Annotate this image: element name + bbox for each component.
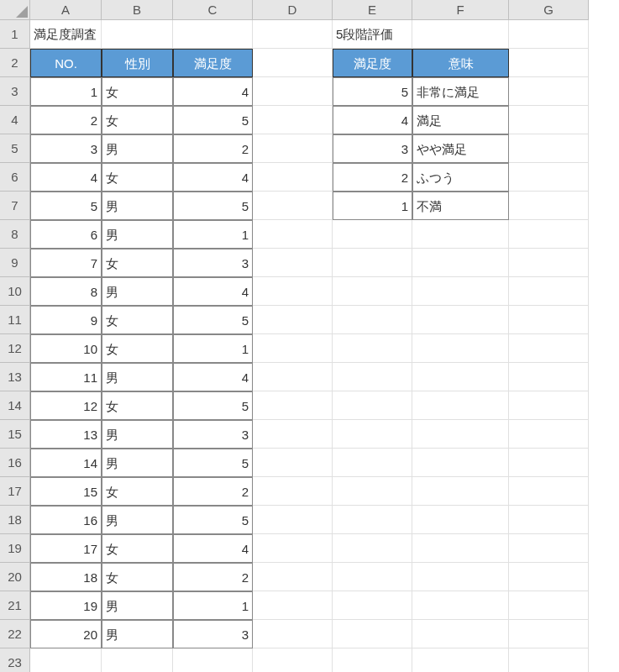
cell-G9[interactable]: [509, 249, 589, 277]
cell-G4[interactable]: [509, 106, 589, 134]
cell-D22[interactable]: [253, 620, 333, 648]
cell-D14[interactable]: [253, 391, 333, 420]
legend-cell-meaning[interactable]: 非常に満足: [412, 77, 509, 106]
row-header-17[interactable]: 17: [0, 477, 30, 506]
column-header-B[interactable]: B: [102, 0, 173, 20]
main-cell-no[interactable]: 7: [30, 249, 102, 277]
row-header-23[interactable]: 23: [0, 648, 30, 672]
rating-title-cell[interactable]: 5段階評価: [333, 20, 412, 49]
cell-G13[interactable]: [509, 363, 589, 391]
row-header-3[interactable]: 3: [0, 77, 30, 106]
cell-D17[interactable]: [253, 477, 333, 506]
main-cell-no[interactable]: 14: [30, 449, 102, 477]
main-cell-gender[interactable]: 男: [102, 449, 173, 477]
main-cell-gender[interactable]: 男: [102, 506, 173, 534]
legend-cell-score[interactable]: 2: [333, 163, 412, 192]
cell-E12[interactable]: [333, 334, 412, 363]
main-cell-satisfaction[interactable]: 4: [173, 363, 253, 391]
main-cell-satisfaction[interactable]: 3: [173, 420, 253, 449]
cell-D8[interactable]: [253, 220, 333, 249]
cell-G12[interactable]: [509, 334, 589, 363]
main-cell-gender[interactable]: 女: [102, 563, 173, 591]
row-header-2[interactable]: 2: [0, 49, 30, 77]
cell-F23[interactable]: [412, 648, 509, 672]
legend-cell-score[interactable]: 3: [333, 134, 412, 163]
main-cell-gender[interactable]: 女: [102, 391, 173, 420]
cell-D20[interactable]: [253, 563, 333, 591]
cell-D7[interactable]: [253, 192, 333, 220]
main-cell-no[interactable]: 8: [30, 277, 102, 306]
legend-header-satisfaction[interactable]: 満足度: [333, 49, 412, 77]
main-cell-no[interactable]: 20: [30, 620, 102, 648]
cell-G15[interactable]: [509, 420, 589, 449]
cell-D6[interactable]: [253, 163, 333, 192]
main-cell-gender[interactable]: 男: [102, 363, 173, 391]
cell-D4[interactable]: [253, 106, 333, 134]
cell-D23[interactable]: [253, 648, 333, 672]
main-cell-gender[interactable]: 女: [102, 163, 173, 192]
cell-E9[interactable]: [333, 249, 412, 277]
legend-cell-meaning[interactable]: ふつう: [412, 163, 509, 192]
cell-F14[interactable]: [412, 391, 509, 420]
row-header-9[interactable]: 9: [0, 249, 30, 277]
main-cell-satisfaction[interactable]: 4: [173, 77, 253, 106]
cell-D9[interactable]: [253, 249, 333, 277]
column-header-A[interactable]: A: [30, 0, 102, 20]
main-cell-gender[interactable]: 男: [102, 420, 173, 449]
cell-F10[interactable]: [412, 277, 509, 306]
main-cell-satisfaction[interactable]: 5: [173, 506, 253, 534]
main-cell-satisfaction[interactable]: 4: [173, 163, 253, 192]
legend-cell-score[interactable]: 5: [333, 77, 412, 106]
cell-D18[interactable]: [253, 506, 333, 534]
cell-G5[interactable]: [509, 134, 589, 163]
cell-A23[interactable]: [30, 648, 102, 672]
main-cell-gender[interactable]: 男: [102, 277, 173, 306]
legend-header-meaning[interactable]: 意味: [412, 49, 509, 77]
spreadsheet-grid[interactable]: ABCDEFG1満足度調査5段階評価2NO.性別満足度満足度意味31女45非常に…: [0, 0, 619, 672]
main-cell-gender[interactable]: 女: [102, 249, 173, 277]
cell-D2[interactable]: [253, 49, 333, 77]
main-cell-gender[interactable]: 男: [102, 134, 173, 163]
main-cell-no[interactable]: 18: [30, 563, 102, 591]
cell-D16[interactable]: [253, 449, 333, 477]
main-cell-satisfaction[interactable]: 5: [173, 306, 253, 334]
row-header-21[interactable]: 21: [0, 591, 30, 620]
main-cell-gender[interactable]: 男: [102, 591, 173, 620]
legend-cell-score[interactable]: 4: [333, 106, 412, 134]
row-header-18[interactable]: 18: [0, 506, 30, 534]
row-header-20[interactable]: 20: [0, 563, 30, 591]
main-cell-gender[interactable]: 女: [102, 106, 173, 134]
cell-E23[interactable]: [333, 648, 412, 672]
cell-G6[interactable]: [509, 163, 589, 192]
cell-F17[interactable]: [412, 477, 509, 506]
main-cell-no[interactable]: 1: [30, 77, 102, 106]
legend-cell-score[interactable]: 1: [333, 192, 412, 220]
cell-G1[interactable]: [509, 20, 589, 49]
cell-E13[interactable]: [333, 363, 412, 391]
main-cell-satisfaction[interactable]: 5: [173, 449, 253, 477]
main-cell-satisfaction[interactable]: 3: [173, 620, 253, 648]
cell-D21[interactable]: [253, 591, 333, 620]
main-cell-no[interactable]: 4: [30, 163, 102, 192]
main-header-no[interactable]: NO.: [30, 49, 102, 77]
cell-G16[interactable]: [509, 449, 589, 477]
main-cell-satisfaction[interactable]: 2: [173, 563, 253, 591]
cell-F13[interactable]: [412, 363, 509, 391]
cell-E19[interactable]: [333, 534, 412, 563]
cell-E18[interactable]: [333, 506, 412, 534]
main-cell-no[interactable]: 10: [30, 334, 102, 363]
cell-D3[interactable]: [253, 77, 333, 106]
cell-F22[interactable]: [412, 620, 509, 648]
cell-E22[interactable]: [333, 620, 412, 648]
row-header-6[interactable]: 6: [0, 163, 30, 192]
legend-cell-meaning[interactable]: 不満: [412, 192, 509, 220]
cell-E17[interactable]: [333, 477, 412, 506]
cell-F11[interactable]: [412, 306, 509, 334]
cell-G11[interactable]: [509, 306, 589, 334]
cell-D15[interactable]: [253, 420, 333, 449]
cell-F12[interactable]: [412, 334, 509, 363]
main-cell-satisfaction[interactable]: 5: [173, 391, 253, 420]
cell-G7[interactable]: [509, 192, 589, 220]
row-header-15[interactable]: 15: [0, 420, 30, 449]
cell-G21[interactable]: [509, 591, 589, 620]
